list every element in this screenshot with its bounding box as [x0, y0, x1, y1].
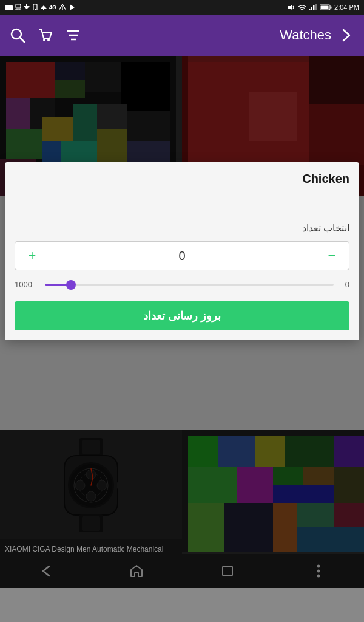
cart-icon[interactable]: [38, 27, 53, 43]
modal-dialog: Chicken انتخاب تعداد + 0 − 1000 0 بروز ر…: [5, 162, 359, 340]
product-grid: Chicken انتخاب تعداد + 0 − 1000 0 بروز ر…: [0, 56, 364, 588]
status-icons-right: 2:04 PM: [288, 4, 359, 11]
svg-point-14: [62, 9, 63, 10]
svg-rect-23: [331, 7, 332, 9]
svg-line-26: [20, 38, 24, 42]
svg-point-27: [43, 39, 46, 41]
volume-icon: [288, 4, 295, 10]
wifi-icon: [298, 4, 306, 10]
slider-thumb[interactable]: [66, 280, 76, 290]
svg-point-5: [19, 10, 20, 11]
counter-value: 0: [49, 249, 315, 263]
notification-icon: [5, 4, 13, 10]
battery-icon: [320, 4, 332, 10]
search-icon[interactable]: [10, 27, 25, 43]
svg-rect-19: [311, 7, 313, 10]
slider-max-label: 0: [340, 280, 349, 289]
main-content: Chicken انتخاب تعداد + 0 − 1000 0 بروز ر…: [0, 56, 364, 588]
svg-rect-13: [62, 6, 62, 9]
play-icon: [69, 4, 75, 10]
app-title: Watches: [280, 27, 331, 43]
warning-icon: [59, 4, 66, 10]
status-icons-left: 4G: [5, 4, 75, 10]
svg-rect-7: [26, 4, 27, 7]
svg-point-4: [16, 10, 18, 11]
phone-icon: [32, 4, 38, 10]
app-bar: Watches: [0, 15, 364, 56]
svg-marker-16: [288, 4, 292, 10]
decrement-button[interactable]: −: [315, 241, 349, 270]
svg-rect-2: [16, 4, 21, 8]
counter-row: + 0 −: [15, 241, 349, 270]
filter-icon[interactable]: [66, 27, 81, 43]
svg-rect-18: [309, 9, 311, 10]
modal-subtitle: انتخاب تعداد: [15, 222, 349, 234]
forward-arrow-icon[interactable]: [339, 27, 354, 43]
signal-icon: [309, 4, 317, 10]
status-bar: 4G: [0, 0, 364, 15]
slider-row: 1000 0: [15, 280, 349, 289]
app-bar-left-icons: [10, 27, 81, 43]
svg-rect-24: [321, 6, 329, 9]
svg-rect-21: [315, 4, 317, 10]
svg-point-17: [302, 10, 303, 10]
update-button[interactable]: بروز رسانی تعداد: [15, 301, 349, 330]
download-icon: [24, 4, 30, 10]
svg-marker-15: [70, 4, 75, 10]
svg-rect-20: [313, 5, 315, 10]
upload-icon: [41, 4, 47, 10]
data-4g-icon: 4G: [49, 4, 56, 10]
cart-status-icon: [15, 4, 21, 10]
modal-title: Chicken: [15, 172, 349, 186]
increment-button[interactable]: +: [15, 241, 49, 270]
time-display: 2:04 PM: [334, 4, 359, 11]
slider-min-label: 1000: [15, 280, 39, 289]
svg-rect-11: [43, 8, 44, 10]
slider-track[interactable]: [45, 284, 334, 286]
svg-rect-9: [35, 9, 36, 10]
svg-point-28: [47, 39, 50, 41]
